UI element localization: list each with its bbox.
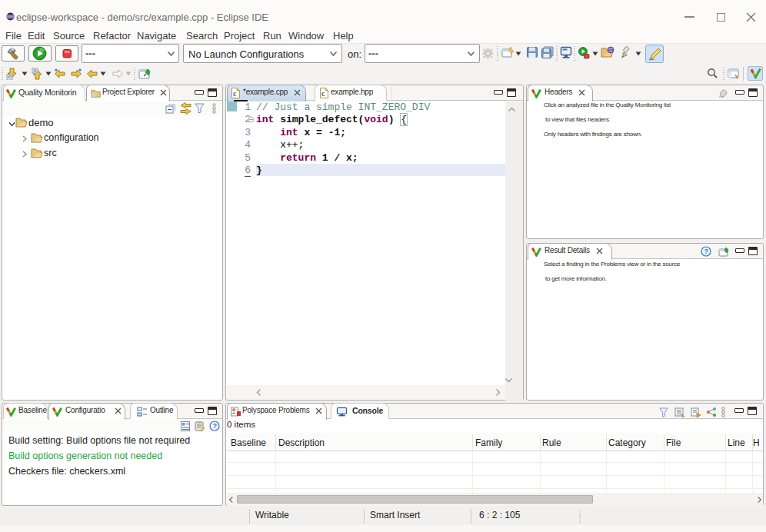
svg-text:?: ? <box>213 422 218 430</box>
svg-text:c: c <box>233 89 237 98</box>
svg-text:c: c <box>321 89 325 98</box>
svg-text:?: ? <box>704 248 709 255</box>
